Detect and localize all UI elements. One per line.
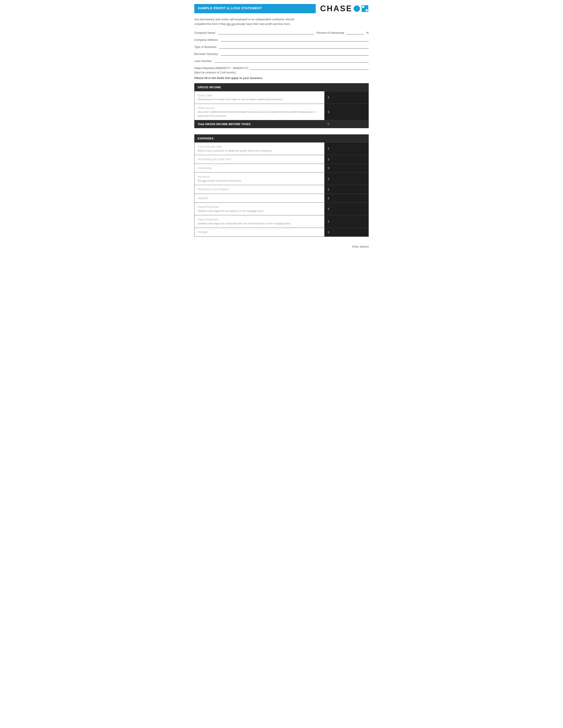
chase-logo-text: CHASE <box>320 4 352 13</box>
company-name-row: Company Name: Percent of Ownership % <box>194 30 369 34</box>
maintenance-cell: Maintenance and Repairs <box>194 185 325 194</box>
other-income-cell: Other Income (Any other additional funds… <box>194 104 325 120</box>
payroll-borrower-value[interactable]: $ <box>325 203 369 215</box>
chase-logo-icon <box>354 6 360 12</box>
other-income-label: Other Income <box>197 107 214 110</box>
gross-income-total-label: Total GROSS INCOME BEFORE TAXES <box>194 120 325 128</box>
date-note: (Must be minimum of 3 full months) <box>194 71 369 74</box>
company-address-label: Company Address: <box>194 38 218 41</box>
page: SAMPLE PROFIT & LOSS STATEMENT CHASE <box>188 0 375 250</box>
accounting-fees-row: Accounting and Legal Fees $ <box>194 155 369 164</box>
loan-number-input[interactable] <box>214 59 369 63</box>
company-address-row: Company Address: <box>194 38 369 41</box>
percent-ownership-input[interactable] <box>346 30 364 34</box>
borrower-name-row: Borrower Name(s): <box>194 52 369 56</box>
insurance-label: Insurance <box>197 175 210 178</box>
intro-text: Any borrower(s) who is/are self-employed… <box>194 17 369 26</box>
gross-sales-cell: Gross Sales (Total amount of income from… <box>194 91 325 104</box>
company-name-input[interactable] <box>218 30 315 34</box>
footer-note: (Over, please) <box>352 245 369 248</box>
percent-suffix: % <box>366 31 369 34</box>
payroll-borrower-label: Payroll Expenses <box>197 205 219 208</box>
loan-number-label: Loan Number: <box>194 59 212 63</box>
top-header: SAMPLE PROFIT & LOSS STATEMENT CHASE <box>188 0 375 13</box>
company-address-input[interactable] <box>221 38 369 41</box>
postage-value[interactable]: $ <box>325 228 369 236</box>
dates-reported-input[interactable] <box>250 66 369 70</box>
expenses-header: EXPENSES <box>194 134 369 142</box>
accounting-fees-value[interactable]: $ <box>325 155 369 164</box>
payroll-borrower-row: Payroll Expenses (Salaries and wages for… <box>194 203 369 215</box>
type-of-business-label: Type of Business: <box>194 45 217 49</box>
gross-income-header-row: GROSS INCOME <box>194 83 369 91</box>
advertising-cell: Advertising <box>194 164 325 173</box>
gross-income-section: GROSS INCOME Gross Sales (Total amount o… <box>188 83 375 128</box>
insurance-cell: Insurance (Do not include homeowner insu… <box>194 173 325 185</box>
gross-sales-sublabel: (Total amount of income from sales or se… <box>197 98 283 101</box>
advertising-label: Advertising <box>197 167 211 170</box>
insurance-value[interactable]: $ <box>325 173 369 185</box>
loan-number-row: Loan Number: <box>194 59 369 63</box>
type-of-business-input[interactable] <box>219 45 369 49</box>
payroll-employees-value[interactable]: $ <box>325 215 369 228</box>
insurance-row: Insurance (Do not include homeowner insu… <box>194 173 369 185</box>
maintenance-value[interactable]: $ <box>325 185 369 194</box>
page-title: SAMPLE PROFIT & LOSS STATEMENT <box>194 4 316 13</box>
maintenance-label: Maintenance and Repairs <box>197 188 229 191</box>
payroll-employees-label: Payroll Expenses <box>197 218 219 221</box>
postage-row: Postage $ <box>194 228 369 236</box>
supplies-row: Supplies $ <box>194 194 369 203</box>
gross-income-table: GROSS INCOME Gross Sales (Total amount o… <box>194 83 369 128</box>
maintenance-row: Maintenance and Repairs $ <box>194 185 369 194</box>
payroll-employees-sublabel: (Salaries and wages for employees who ar… <box>197 222 291 225</box>
expenses-section: EXPENSES Cost of Goods Sold (Direct cost… <box>188 134 375 237</box>
supplies-label: Supplies <box>197 197 208 200</box>
other-income-sublabel: (Any other additional funds earned throu… <box>197 111 316 117</box>
advertising-value[interactable]: $ <box>325 164 369 173</box>
gross-sales-row: Gross Sales (Total amount of income from… <box>194 91 369 104</box>
form-section: Company Name: Percent of Ownership % Com… <box>188 30 375 80</box>
supplies-value[interactable]: $ <box>325 194 369 203</box>
cost-of-goods-cell: Cost of Goods Sold (Direct costs to prod… <box>194 142 325 155</box>
accounting-fees-cell: Accounting and Legal Fees <box>194 155 325 164</box>
chase-logo: CHASE <box>320 4 369 13</box>
chase-icon <box>361 5 369 12</box>
payroll-employees-row: Payroll Expenses (Salaries and wages for… <box>194 215 369 228</box>
supplies-cell: Supplies <box>194 194 325 203</box>
cost-of-goods-label: Cost of Goods Sold <box>197 145 221 148</box>
dates-reported-row: Dates Reported (MM/DD/YY - MM/DD/YY) <box>194 66 369 70</box>
expenses-header-row: EXPENSES <box>194 134 369 142</box>
advertising-row: Advertising $ <box>194 164 369 173</box>
payroll-employees-cell: Payroll Expenses (Salaries and wages for… <box>194 215 325 228</box>
cost-of-goods-row: Cost of Goods Sold (Direct costs to prod… <box>194 142 369 155</box>
cost-of-goods-sublabel: (Direct costs to produce or obtain the g… <box>197 149 272 152</box>
percent-ownership-label: Percent of Ownership <box>317 31 344 34</box>
borrower-name-label: Borrower Name(s): <box>194 52 218 56</box>
svg-rect-7 <box>362 8 368 9</box>
dates-reported-label: Dates Reported (MM/DD/YY - MM/DD/YY) <box>194 66 248 70</box>
intro-section: Any borrower(s) who is/are self-employed… <box>188 17 375 30</box>
other-income-row: Other Income (Any other additional funds… <box>194 104 369 120</box>
intro-underline: do not <box>227 22 235 26</box>
type-of-business-row: Type of Business: <box>194 45 369 49</box>
postage-label: Postage <box>197 231 208 234</box>
cost-of-goods-value[interactable]: $ <box>325 142 369 155</box>
gross-income-header: GROSS INCOME <box>194 83 369 91</box>
gross-sales-label: Gross Sales <box>197 94 212 97</box>
expenses-table: EXPENSES Cost of Goods Sold (Direct cost… <box>194 134 369 237</box>
payroll-borrower-sublabel: (Salaries and wages for borrower(s) on t… <box>197 210 263 212</box>
company-name-label: Company Name: <box>194 31 216 34</box>
other-income-value[interactable]: $ <box>325 104 369 120</box>
gross-sales-value[interactable]: $ <box>325 91 369 104</box>
fill-instruction: Please fill in the fields that apply to … <box>194 76 369 80</box>
footer: (Over, please) <box>188 243 375 250</box>
gross-income-total-value[interactable]: $ <box>325 120 369 128</box>
borrower-name-input[interactable] <box>221 52 369 56</box>
insurance-sublabel: (Do not include homeowner insurance) <box>197 179 241 182</box>
postage-cell: Postage <box>194 228 325 236</box>
payroll-borrower-cell: Payroll Expenses (Salaries and wages for… <box>194 203 325 215</box>
accounting-fees-label: Accounting and Legal Fees <box>197 158 231 161</box>
gross-income-total-row: Total GROSS INCOME BEFORE TAXES $ <box>194 120 369 128</box>
